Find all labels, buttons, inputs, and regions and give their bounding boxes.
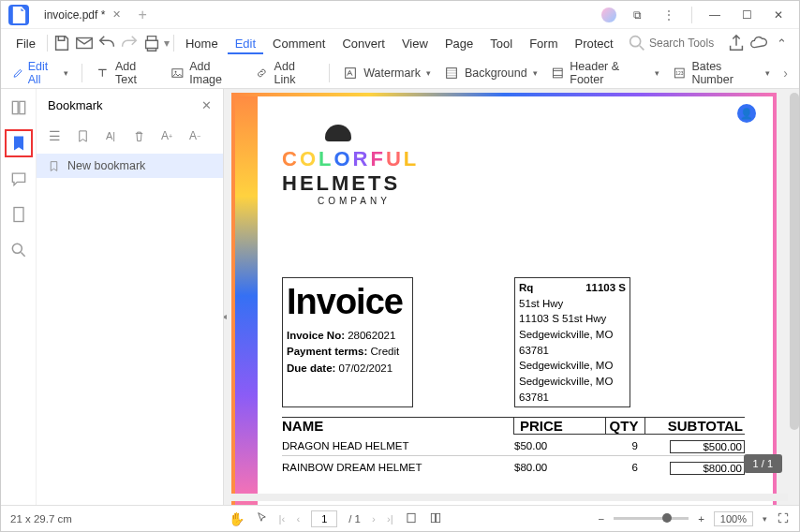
select-tool-icon[interactable] — [256, 511, 268, 525]
svg-rect-0 — [77, 38, 93, 49]
svg-text:123: 123 — [675, 71, 683, 76]
share-icon[interactable] — [726, 33, 747, 53]
panel-drag-handle[interactable]: ◂ — [224, 297, 228, 334]
text-icon — [96, 66, 110, 81]
th-qty: QTY — [605, 417, 646, 435]
search-tools-input[interactable] — [649, 37, 724, 50]
prev-page-icon[interactable]: ‹ — [296, 513, 300, 525]
background-icon — [444, 66, 459, 81]
watermark-icon — [343, 66, 358, 81]
header-footer-label: Header & Footer — [570, 60, 649, 86]
bookmark-add-icon[interactable] — [74, 127, 91, 144]
svg-rect-10 — [19, 101, 24, 113]
file-menu[interactable]: File — [8, 33, 43, 54]
maximize-button[interactable]: ☐ — [735, 4, 758, 26]
toolbar-scroll-right-icon[interactable]: › — [783, 66, 788, 81]
tab-close-icon[interactable]: ✕ — [112, 8, 121, 21]
svg-rect-13 — [407, 513, 415, 522]
menu-view[interactable]: View — [394, 33, 436, 54]
brand-helmets: HELMETS — [282, 171, 745, 196]
table-row: DRAGON HEAD HELMET $50.00 9 $500.00 — [282, 435, 745, 456]
zoom-out-icon[interactable]: − — [598, 513, 604, 525]
watermark-dropdown[interactable]: Watermark▾ — [343, 66, 431, 81]
close-window-button[interactable]: ✕ — [767, 4, 790, 26]
menu-form[interactable]: Form — [522, 33, 565, 54]
page-input[interactable] — [311, 510, 337, 527]
svg-rect-6 — [553, 68, 562, 78]
bookmark-tab-icon[interactable] — [9, 134, 28, 153]
chevron-down-icon[interactable]: ▾ — [164, 37, 170, 50]
page-dimensions: 21 x 29.7 cm — [10, 513, 72, 525]
print-icon[interactable] — [141, 33, 162, 53]
decorative-stripe — [235, 96, 258, 505]
bates-label: Bates Number — [691, 60, 760, 86]
edit-all-label: Edit All — [28, 60, 61, 86]
menu-protect[interactable]: Protect — [567, 33, 620, 54]
doc-user-badge-icon[interactable]: 👤 — [737, 104, 756, 123]
menu-convert[interactable]: Convert — [334, 33, 393, 54]
menu-page[interactable]: Page — [437, 33, 481, 54]
zoom-slider[interactable] — [614, 517, 689, 520]
cloud-icon[interactable] — [748, 33, 769, 53]
vertical-scrollbar[interactable] — [790, 93, 799, 430]
document-page: 👤 COLORFUL HELMETS COMPANY Invoice Invoi… — [231, 93, 777, 505]
new-tab-button[interactable]: + — [138, 7, 146, 23]
bookmark-delete-icon[interactable] — [130, 127, 147, 144]
svg-rect-14 — [431, 513, 435, 522]
kebab-menu-icon[interactable]: ⋮ — [658, 4, 680, 26]
bookmark-list-icon[interactable]: ☰ — [46, 127, 63, 144]
next-page-icon[interactable]: › — [372, 513, 376, 525]
fullscreen-icon[interactable] — [777, 511, 790, 526]
menu-edit[interactable]: Edit — [228, 33, 263, 54]
document-tab[interactable]: invoice.pdf * ✕ — [35, 3, 130, 27]
bookmark-item[interactable]: New bookmark — [37, 154, 223, 178]
search-panel-icon[interactable] — [9, 241, 28, 259]
comments-icon[interactable] — [9, 170, 28, 188]
background-dropdown[interactable]: Background▾ — [444, 66, 538, 81]
header-footer-dropdown[interactable]: Header & Footer▾ — [551, 60, 659, 86]
highlight-box — [5, 129, 33, 157]
add-link-button[interactable]: Add Link — [255, 60, 316, 86]
bookmark-font-dec-icon[interactable]: A− — [186, 127, 203, 144]
bookmark-font-inc-icon[interactable]: A+ — [158, 127, 175, 144]
menu-home[interactable]: Home — [178, 33, 226, 54]
external-icon[interactable]: ⧉ — [626, 4, 648, 26]
bookmark-title: Bookmark — [48, 98, 103, 112]
zoom-percent[interactable]: 100% — [714, 511, 753, 526]
svg-rect-11 — [14, 208, 23, 222]
bookmark-close-icon[interactable]: ✕ — [201, 98, 212, 112]
zoom-caret-icon[interactable]: ▾ — [763, 514, 767, 524]
search-icon[interactable] — [627, 33, 647, 53]
edit-all-dropdown[interactable]: Edit All▾ — [12, 60, 68, 86]
add-text-button[interactable]: Add Text — [96, 60, 156, 86]
add-image-button[interactable]: Add Image — [170, 60, 242, 86]
document-view[interactable]: ◂ 👤 COLORFUL HELMETS COMPANY Invoice Inv… — [224, 89, 799, 505]
thumbnails-icon[interactable] — [9, 98, 28, 117]
save-icon[interactable] — [52, 33, 72, 53]
horizontal-scrollbar[interactable] — [231, 494, 788, 501]
collapse-icon[interactable]: ⌃ — [771, 33, 792, 53]
menu-comment[interactable]: Comment — [265, 33, 333, 54]
mail-icon[interactable] — [74, 33, 95, 53]
table-header: NAME PRICE QTY SUBTOTAL — [282, 417, 745, 435]
theme-dot-icon[interactable] — [601, 7, 616, 22]
helmet-icon — [325, 125, 351, 141]
page-total: / 1 — [348, 513, 361, 525]
zoom-in-icon[interactable]: + — [698, 513, 704, 525]
menu-tool[interactable]: Tool — [482, 33, 520, 54]
zoom-thumb[interactable] — [662, 513, 672, 523]
bates-number-dropdown[interactable]: 123 Bates Number▾ — [673, 60, 771, 86]
brand-colorful: COLORFUL — [282, 147, 745, 171]
undo-icon[interactable] — [96, 33, 117, 53]
attachments-icon[interactable] — [9, 205, 28, 224]
hand-tool-icon[interactable]: ✋ — [229, 511, 244, 526]
first-page-icon[interactable]: |‹ — [279, 513, 286, 525]
last-page-icon[interactable]: ›| — [387, 513, 393, 525]
redo-icon[interactable] — [119, 33, 140, 53]
fit-width-icon[interactable] — [429, 511, 442, 526]
bookmark-rename-icon[interactable]: A| — [102, 127, 119, 144]
bookmark-panel: Bookmark ✕ ☰ A| A+ A− New bookmark — [37, 89, 224, 505]
fit-page-icon[interactable] — [405, 511, 418, 526]
svg-point-1 — [630, 37, 641, 47]
minimize-button[interactable]: — — [704, 4, 726, 26]
